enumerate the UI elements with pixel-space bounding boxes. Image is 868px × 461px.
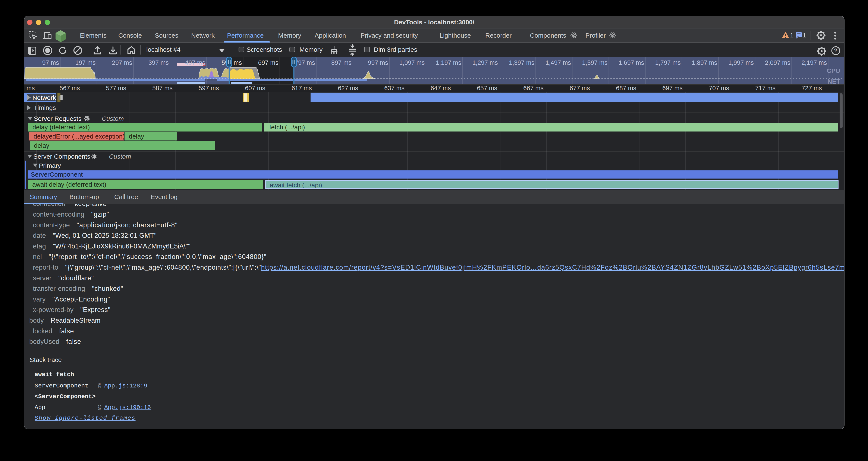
svg-text:1,897 ms: 1,897 ms — [692, 59, 717, 66]
svg-text:997 ms: 997 ms — [368, 59, 388, 66]
svg-text:1,997 ms: 1,997 ms — [728, 59, 754, 66]
svg-text:1,497 ms: 1,497 ms — [546, 59, 571, 66]
svg-text:1,797 ms: 1,797 ms — [655, 59, 681, 66]
svg-text:397 ms: 397 ms — [149, 59, 169, 66]
svg-text:197 ms: 197 ms — [75, 59, 96, 66]
svg-text:2,097 ms: 2,097 ms — [765, 59, 790, 66]
svg-text:297 ms: 297 ms — [112, 59, 132, 66]
svg-text:797 ms: 797 ms — [295, 59, 315, 66]
svg-text:1,697 ms: 1,697 ms — [619, 59, 644, 66]
svg-text:CPU: CPU — [827, 67, 840, 74]
svg-text:1,397 ms: 1,397 ms — [509, 59, 534, 66]
svg-text:1,597 ms: 1,597 ms — [582, 59, 608, 66]
svg-text:1,097 ms: 1,097 ms — [399, 59, 425, 66]
svg-text:897 ms: 897 ms — [331, 59, 351, 66]
svg-text:697 ms: 697 ms — [258, 59, 279, 66]
svg-text:497 ms: 497 ms — [185, 59, 205, 66]
svg-text:NET: NET — [828, 78, 840, 84]
svg-text:1,297 ms: 1,297 ms — [472, 59, 498, 66]
svg-text:97 ms: 97 ms — [42, 59, 59, 66]
svg-text:?: ? — [834, 48, 837, 54]
svg-text:2,197 ms: 2,197 ms — [801, 59, 827, 66]
svg-text:1,197 ms: 1,197 ms — [436, 59, 461, 66]
